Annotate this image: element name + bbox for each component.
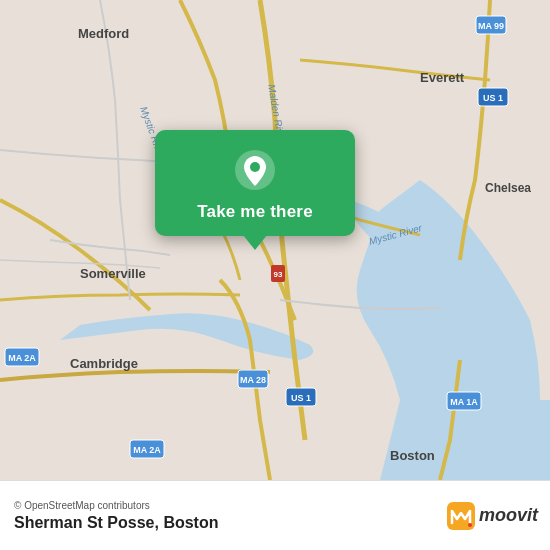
svg-text:MA 2A: MA 2A bbox=[8, 353, 36, 363]
moovit-brand-name: moovit bbox=[479, 505, 538, 526]
popup-card: Take me there bbox=[155, 130, 355, 236]
svg-text:US 1: US 1 bbox=[483, 93, 503, 103]
svg-text:93: 93 bbox=[274, 270, 283, 279]
svg-text:US 1: US 1 bbox=[291, 393, 311, 403]
map-container: MA 99 US 1 93 MA 28 US 1 MA 2A MA 2A MA … bbox=[0, 0, 550, 480]
svg-text:MA 1A: MA 1A bbox=[450, 397, 478, 407]
svg-text:Everett: Everett bbox=[420, 70, 465, 85]
bottom-bar: © OpenStreetMap contributors Sherman St … bbox=[0, 480, 550, 550]
svg-text:Somerville: Somerville bbox=[80, 266, 146, 281]
svg-point-26 bbox=[250, 162, 260, 172]
svg-text:MA 2A: MA 2A bbox=[133, 445, 161, 455]
ma99-label: MA 99 bbox=[478, 21, 504, 31]
svg-text:Medford: Medford bbox=[78, 26, 129, 41]
svg-text:Chelsea: Chelsea bbox=[485, 181, 531, 195]
svg-point-28 bbox=[468, 523, 472, 527]
svg-text:MA 28: MA 28 bbox=[240, 375, 266, 385]
svg-text:Boston: Boston bbox=[390, 448, 435, 463]
take-me-there-button[interactable]: Take me there bbox=[197, 202, 313, 222]
moovit-logo: moovit bbox=[447, 502, 538, 530]
moovit-logo-icon bbox=[447, 502, 475, 530]
location-pin-icon bbox=[233, 148, 277, 192]
svg-text:Cambridge: Cambridge bbox=[70, 356, 138, 371]
